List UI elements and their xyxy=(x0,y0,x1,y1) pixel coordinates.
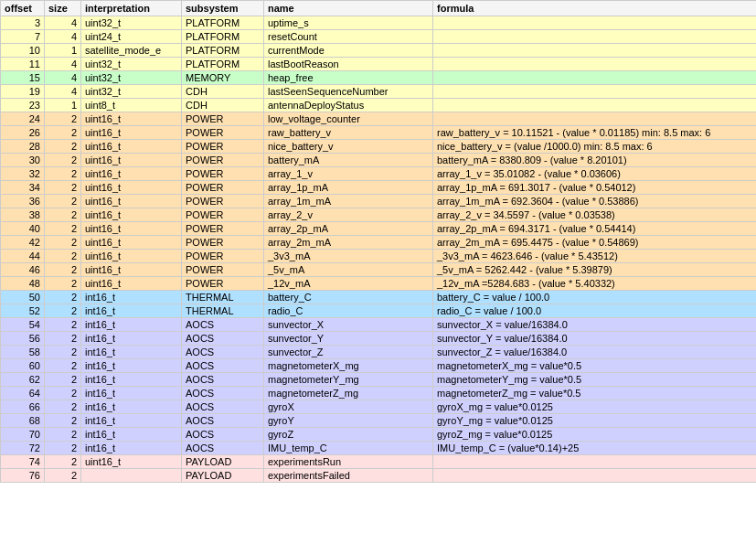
cell-size: 2 xyxy=(45,195,81,208)
cell-size: 2 xyxy=(45,208,81,222)
cell-offset: 34 xyxy=(1,181,45,195)
cell-formula: sunvector_Z = value/16384.0 xyxy=(433,346,757,359)
cell-subsystem: POWER xyxy=(182,154,264,167)
cell-size: 2 xyxy=(45,250,81,263)
cell-size: 4 xyxy=(45,16,81,30)
cell-subsystem: POWER xyxy=(182,222,264,236)
table-row: 742uint16_tPAYLOADexperimentsRun xyxy=(1,455,757,469)
cell-formula: array_1p_mA = 691.3017 - (value * 0.5401… xyxy=(433,181,757,195)
cell-formula: _3v3_mA = 4623.646 - (value * 5.43512) xyxy=(433,250,757,263)
cell-size: 2 xyxy=(45,263,81,277)
cell-interp: uint16_t xyxy=(81,181,182,195)
cell-formula: array_1m_mA = 692.3604 - (value * 0.5388… xyxy=(433,195,757,208)
cell-interp: int16_t xyxy=(81,387,182,400)
cell-offset: 60 xyxy=(1,359,45,373)
table-row: 262uint16_tPOWERraw_battery_vraw_battery… xyxy=(1,126,757,140)
cell-interp: uint16_t xyxy=(81,112,182,126)
cell-name: battery_mA xyxy=(264,154,433,167)
table-row: 562int16_tAOCSsunvector_Ysunvector_Y = v… xyxy=(1,332,757,346)
cell-formula xyxy=(433,99,757,112)
cell-subsystem: AOCS xyxy=(182,318,264,332)
cell-subsystem: PLATFORM xyxy=(182,30,264,44)
cell-formula xyxy=(433,455,757,469)
cell-interp: uint16_t xyxy=(81,154,182,167)
table-row: 154uint32_tMEMORYheap_free xyxy=(1,71,757,85)
table-row: 402uint16_tPOWERarray_2p_mAarray_2p_mA =… xyxy=(1,222,757,236)
cell-subsystem: AOCS xyxy=(182,442,264,455)
cell-interp: uint24_t xyxy=(81,30,182,44)
cell-name: antennaDeployStatus xyxy=(264,99,433,112)
cell-name: array_1_v xyxy=(264,167,433,181)
cell-formula: array_2_v = 34.5597 - (value * 0.03538) xyxy=(433,208,757,222)
cell-subsystem: AOCS xyxy=(182,346,264,359)
cell-offset: 58 xyxy=(1,346,45,359)
table-row: 231uint8_tCDHantennaDeployStatus xyxy=(1,99,757,112)
header-name: name xyxy=(264,1,433,16)
table-row: 302uint16_tPOWERbattery_mAbattery_mA = 8… xyxy=(1,154,757,167)
cell-name: resetCount xyxy=(264,30,433,44)
table-row: 682int16_tAOCSgyroYgyroY_mg = value*0.01… xyxy=(1,414,757,428)
cell-interp: uint32_t xyxy=(81,16,182,30)
cell-offset: 30 xyxy=(1,154,45,167)
cell-interp: uint32_t xyxy=(81,58,182,71)
cell-offset: 66 xyxy=(1,400,45,414)
cell-formula: gyroZ_mg = value*0.0125 xyxy=(433,428,757,442)
cell-subsystem: POWER xyxy=(182,195,264,208)
cell-formula: magnetometerY_mg = value*0.5 xyxy=(433,373,757,387)
cell-offset: 11 xyxy=(1,58,45,71)
cell-offset: 64 xyxy=(1,387,45,400)
cell-formula: sunvector_Y = value/16384.0 xyxy=(433,332,757,346)
cell-offset: 74 xyxy=(1,455,45,469)
cell-size: 2 xyxy=(45,140,81,154)
cell-size: 2 xyxy=(45,400,81,414)
cell-interp: int16_t xyxy=(81,346,182,359)
table-row: 462uint16_tPOWER_5v_mA_5v_mA = 5262.442 … xyxy=(1,263,757,277)
cell-subsystem: AOCS xyxy=(182,400,264,414)
cell-offset: 28 xyxy=(1,140,45,154)
table-row: 582int16_tAOCSsunvector_Zsunvector_Z = v… xyxy=(1,346,757,359)
cell-name: _5v_mA xyxy=(264,263,433,277)
cell-size: 2 xyxy=(45,387,81,400)
cell-interp: satellite_mode_e xyxy=(81,44,182,58)
cell-subsystem: AOCS xyxy=(182,414,264,428)
cell-interp: uint16_t xyxy=(81,222,182,236)
cell-formula: IMU_temp_C = (value*0.14)+25 xyxy=(433,442,757,455)
table-row: 442uint16_tPOWER_3v3_mA_3v3_mA = 4623.64… xyxy=(1,250,757,263)
cell-size: 2 xyxy=(45,167,81,181)
table-row: 522int16_tTHERMALradio_Cradio_C = value … xyxy=(1,304,757,318)
cell-subsystem: PLATFORM xyxy=(182,44,264,58)
table-row: 74uint24_tPLATFORMresetCount xyxy=(1,30,757,44)
cell-name: gyroX xyxy=(264,400,433,414)
cell-size: 2 xyxy=(45,277,81,291)
cell-formula xyxy=(433,44,757,58)
cell-interp: uint16_t xyxy=(81,250,182,263)
cell-formula: gyroX_mg = value*0.0125 xyxy=(433,400,757,414)
table-row: 702int16_tAOCSgyroZgyroZ_mg = value*0.01… xyxy=(1,428,757,442)
cell-offset: 24 xyxy=(1,112,45,126)
cell-size: 1 xyxy=(45,99,81,112)
cell-size: 2 xyxy=(45,181,81,195)
cell-formula xyxy=(433,112,757,126)
table-row: 642int16_tAOCSmagnetometerZ_mgmagnetomet… xyxy=(1,387,757,400)
cell-offset: 46 xyxy=(1,263,45,277)
cell-size: 2 xyxy=(45,112,81,126)
cell-formula: nice_battery_v = (value /1000.0) min: 8.… xyxy=(433,140,757,154)
cell-subsystem: CDH xyxy=(182,99,264,112)
cell-formula: array_2p_mA = 694.3171 - (value * 0.5441… xyxy=(433,222,757,236)
cell-subsystem: AOCS xyxy=(182,359,264,373)
cell-name: currentMode xyxy=(264,44,433,58)
cell-size: 2 xyxy=(45,318,81,332)
cell-interp: int16_t xyxy=(81,428,182,442)
cell-size: 4 xyxy=(45,85,81,99)
cell-size: 2 xyxy=(45,291,81,304)
cell-interp: int16_t xyxy=(81,373,182,387)
cell-offset: 26 xyxy=(1,126,45,140)
cell-size: 2 xyxy=(45,373,81,387)
table-row: 482uint16_tPOWER_12v_mA_12v_mA =5284.683… xyxy=(1,277,757,291)
cell-formula xyxy=(433,58,757,71)
cell-name: IMU_temp_C xyxy=(264,442,433,455)
table-row: 382uint16_tPOWERarray_2_varray_2_v = 34.… xyxy=(1,208,757,222)
table-row: 194uint32_tCDHlastSeenSequenceNumber xyxy=(1,85,757,99)
cell-name: magnetometerZ_mg xyxy=(264,387,433,400)
cell-subsystem: AOCS xyxy=(182,387,264,400)
